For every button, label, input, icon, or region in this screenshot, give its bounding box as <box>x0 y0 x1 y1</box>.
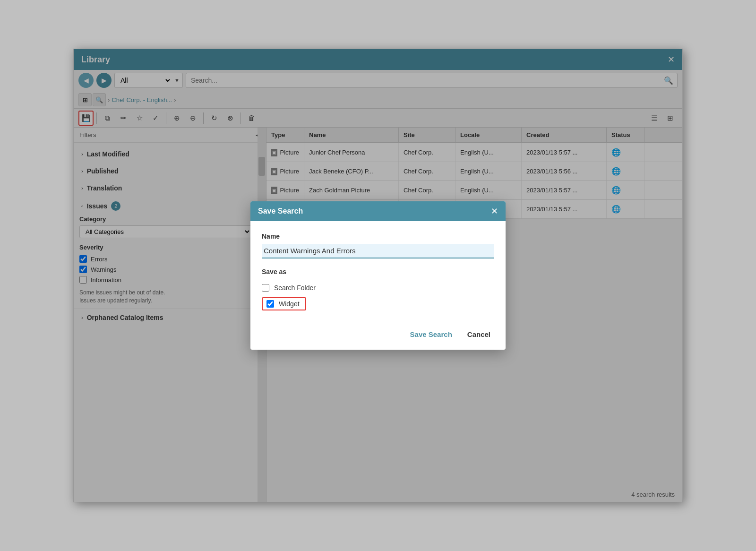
widget-option-highlighted: Widget <box>262 297 306 310</box>
widget-label: Widget <box>279 300 300 308</box>
modal-close-button[interactable]: ✕ <box>491 207 498 215</box>
modal-footer: Save Search Cancel <box>250 321 506 350</box>
save-search-modal: Save Search ✕ Name Save as Search Folder… <box>250 201 506 350</box>
modal-header: Save Search ✕ <box>250 201 506 221</box>
search-name-input[interactable] <box>262 244 494 258</box>
name-field-label: Name <box>262 232 494 240</box>
cancel-button[interactable]: Cancel <box>464 328 494 340</box>
modal-body: Name Save as Search Folder Widget <box>250 221 506 321</box>
save-as-label: Save as <box>262 268 494 276</box>
widget-checkbox[interactable] <box>266 300 274 308</box>
modal-overlay: Save Search ✕ Name Save as Search Folder… <box>74 49 682 502</box>
search-folder-option-row: Search Folder <box>262 281 494 294</box>
search-folder-label: Search Folder <box>274 284 316 292</box>
save-search-button[interactable]: Save Search <box>406 328 456 340</box>
widget-option-row: Widget <box>262 294 494 313</box>
search-folder-checkbox[interactable] <box>262 284 269 292</box>
modal-title: Save Search <box>258 207 303 215</box>
